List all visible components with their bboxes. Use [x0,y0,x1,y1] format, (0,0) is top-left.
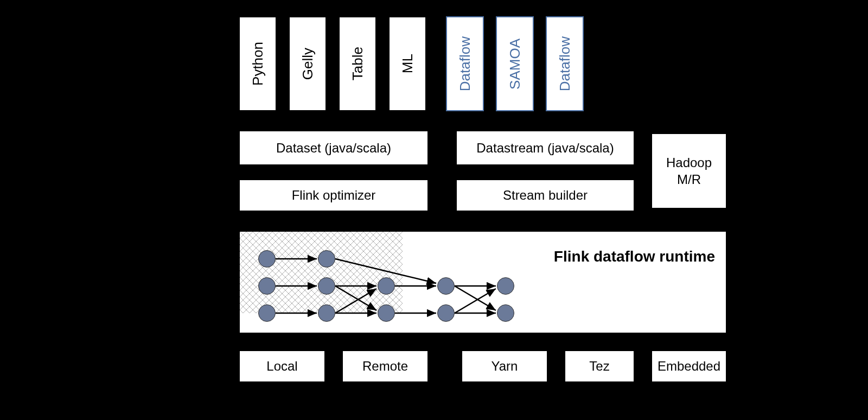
box-dataflow-stream: Dataflow [546,16,584,111]
graph-node [378,277,395,295]
svg-line-12 [335,289,376,313]
label-mr: M/R [677,171,701,188]
label-tez: Tez [589,359,609,374]
graph-node [318,250,335,268]
graph-node [437,304,455,322]
label-dataflow-stream: Dataflow [557,36,573,91]
label-samoa: SAMOA [507,39,524,90]
svg-line-6 [335,286,376,310]
box-ml: ML [388,16,426,111]
svg-line-15 [455,289,496,313]
label-optimizer: Flink optimizer [292,188,376,203]
box-optimizer: Flink optimizer [239,179,429,212]
graph-node [497,304,514,322]
label-runtime: Flink dataflow runtime [554,248,715,265]
label-datastream: Datastream (java/scala) [476,141,614,156]
graph-node [318,304,335,322]
box-hadoop-mr: Hadoop M/R [651,133,727,209]
label-dataset: Dataset (java/scala) [276,141,391,156]
box-stream-builder: Stream builder [456,179,635,212]
label-python: Python [250,42,266,86]
box-gelly: Gelly [289,16,327,111]
label-yarn: Yarn [492,359,518,374]
box-table: Table [339,16,376,111]
label-dataflow-batch: Dataflow [457,36,474,91]
box-remote: Remote [342,350,429,383]
box-yarn: Yarn [461,350,548,383]
label-embedded: Embedded [658,359,720,374]
box-datastream: Datastream (java/scala) [456,130,635,166]
graph-node [258,304,276,322]
graph-node [258,277,276,295]
box-dataset: Dataset (java/scala) [239,130,429,166]
graph-node [497,277,514,295]
graph-node [378,304,395,322]
label-local: Local [266,359,297,374]
label-ml: ML [399,54,416,73]
graph-node [318,277,335,295]
box-local: Local [239,350,326,383]
label-table: Table [349,47,366,80]
box-runtime: Flink dataflow runtime [239,231,727,334]
graph-node [437,277,455,295]
box-python: Python [239,16,277,111]
box-embedded: Embedded [651,350,727,383]
graph-node [258,250,276,268]
svg-line-9 [455,286,496,310]
label-stream-builder: Stream builder [503,188,588,203]
label-hadoop: Hadoop [666,154,712,171]
box-tez: Tez [564,350,635,383]
label-gelly: Gelly [299,48,316,80]
box-dataflow-batch: Dataflow [446,16,484,111]
label-remote: Remote [362,359,408,374]
box-samoa: SAMOA [496,16,534,111]
